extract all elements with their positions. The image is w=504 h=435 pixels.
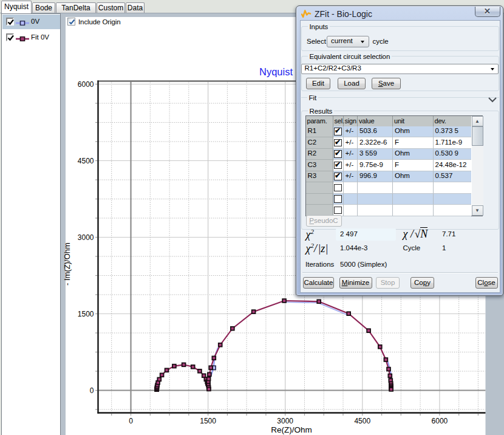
svg-text:1500: 1500 [78,310,94,318]
svg-text:3000: 3000 [78,233,94,242]
svg-text:6000: 6000 [432,417,448,425]
svg-text:6000: 6000 [78,80,94,89]
svg-text:0: 0 [90,386,94,395]
svg-text:- Im(Z)/Ohm: - Im(Z)/Ohm [63,242,72,286]
svg-text:3000: 3000 [277,417,293,425]
svg-text:4500: 4500 [354,417,370,425]
svg-text:0: 0 [129,417,133,425]
svg-text:1500: 1500 [200,417,216,425]
svg-text:Re(Z)/Ohm: Re(Z)/Ohm [271,425,312,434]
svg-text:4500: 4500 [78,157,94,165]
